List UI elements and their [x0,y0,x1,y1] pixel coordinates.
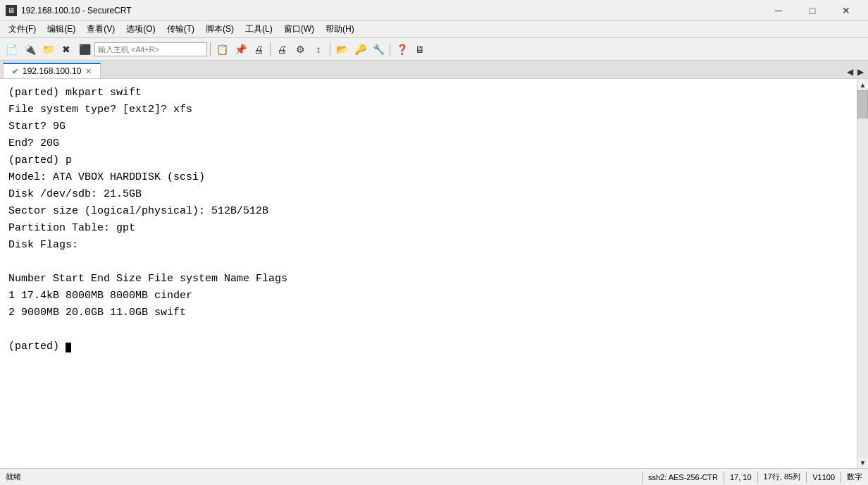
statusbar-sep-4 [806,472,807,483]
menu-view[interactable]: 查看(V) [81,22,120,37]
maximize-button[interactable]: □ [796,0,829,21]
terminal-prompt: (parted) [8,340,66,352]
toolbar-folder[interactable]: 📁 [39,41,56,58]
status-extra: 数字 [847,472,862,482]
tabbar: ✔ 192.168.100.10 ✕ ◀ ▶ [0,61,868,79]
status-position: 17, 10 [730,473,752,481]
statusbar-sep-5 [841,472,841,483]
menubar: 文件(F) 编辑(E) 查看(V) 选项(O) 传输(T) 脚本(S) 工具(L… [0,21,868,38]
terminal-line-7: Disk /dev/sdb: 21.5GB [8,186,848,203]
statusbar-sep-2 [724,472,724,483]
toolbar-copy[interactable]: 📋 [213,41,230,58]
menu-help[interactable]: 帮助(H) [320,22,360,37]
tab-session[interactable]: ✔ 192.168.100.10 ✕ [3,63,101,78]
terminal-line-9: Partition Table: gpt [8,220,848,237]
toolbar-paste[interactable]: 📌 [232,41,249,58]
toolbar-print2[interactable]: 🖨 [273,41,290,58]
toolbar-transfer[interactable]: ↕ [310,41,327,58]
terminal-line-2: File system type? [ext2]? xfs [8,102,848,118]
toolbar-print[interactable]: 🖨 [250,41,267,58]
status-mode: V1100 [812,473,835,481]
app-icon: 🖥 [6,5,17,16]
status-ready: 就绪 [6,472,636,482]
statusbar-sep-3 [757,472,758,483]
scrollbar-track[interactable] [857,90,868,457]
menu-window[interactable]: 窗口(W) [278,22,320,37]
terminal-line-6: Model: ATA VBOX HARDDISK (scsi) [8,169,848,186]
toolbar-tools2[interactable]: 🔧 [370,41,387,58]
terminal-line-15 [8,321,848,338]
terminal-line-1: (parted) mkpart swift [8,85,848,102]
window-title: 192.168.100.10 - SecureCRT [21,6,762,16]
toolbar-new[interactable]: 📄 [3,41,20,58]
tab-label: 192.168.100.10 [23,66,81,76]
terminal-line-12: Number Start End Size File system Name F… [8,271,848,288]
toolbar-sftp[interactable]: 📂 [333,41,350,58]
terminal-line-3: Start? 9G [8,118,848,135]
scroll-up-button[interactable]: ▲ [857,79,869,90]
statusbar-sep-1 [642,472,643,483]
scroll-down-button[interactable]: ▼ [857,457,869,468]
toolbar-separator-4 [390,42,390,56]
tab-next-button[interactable]: ▶ [856,67,865,77]
terminal[interactable]: (parted) mkpart swift File system type? … [0,79,857,468]
terminal-line-4: End? 20G [8,135,848,152]
terminal-line-5: (parted) p [8,152,848,169]
tab-prev-button[interactable]: ◀ [845,67,855,77]
toolbar-settings[interactable]: ⚙ [292,41,309,58]
close-button[interactable]: ✕ [830,0,862,21]
terminal-container: (parted) mkpart swift File system type? … [0,79,868,468]
toolbar-monitor[interactable]: 🖥 [411,41,428,58]
toolbar-key[interactable]: 🔑 [352,41,368,58]
toolbar-help[interactable]: ❓ [393,41,410,58]
tab-navigation: ◀ ▶ [845,67,865,78]
terminal-line-10: Disk Flags: [8,237,848,254]
titlebar: 🖥 192.168.100.10 - SecureCRT ─ □ ✕ [0,0,868,21]
terminal-line-8: Sector size (logical/physical): 512B/512… [8,203,848,220]
toolbar-disconnect[interactable]: ✖ [58,41,75,58]
scrollbar[interactable]: ▲ ▼ [857,79,868,468]
menu-transfer[interactable]: 传输(T) [161,22,200,37]
terminal-line-16: (parted) [8,338,848,355]
status-rows-cols: 17行, 85列 [764,472,801,482]
toolbar-separator-1 [210,42,211,56]
toolbar: 📄 🔌 📁 ✖ ⬛ 📋 📌 🖨 🖨 ⚙ ↕ 📂 🔑 🔧 ❓ 🖥 [0,38,868,61]
toolbar-separator-2 [270,42,271,56]
toolbar-unknown1[interactable]: ⬛ [76,41,93,58]
host-input[interactable] [94,42,207,56]
window-controls: ─ □ ✕ [762,0,862,21]
tab-check-icon: ✔ [12,67,18,76]
terminal-line-13: 1 17.4kB 8000MB 8000MB cinder [8,288,848,305]
menu-edit[interactable]: 编辑(E) [42,22,81,37]
terminal-line-11 [8,254,848,271]
status-encryption: ssh2: AES-256-CTR [648,473,718,481]
tab-close-button[interactable]: ✕ [85,67,92,76]
menu-script[interactable]: 脚本(S) [200,22,240,37]
toolbar-connect[interactable]: 🔌 [21,41,38,58]
menu-tools[interactable]: 工具(L) [240,22,278,37]
menu-options[interactable]: 选项(O) [120,22,161,37]
menu-file[interactable]: 文件(F) [3,22,42,37]
toolbar-separator-3 [330,42,330,56]
scrollbar-thumb[interactable] [857,90,868,118]
terminal-cursor [66,343,71,352]
minimize-button[interactable]: ─ [762,0,795,21]
statusbar: 就绪 ssh2: AES-256-CTR 17, 10 17行, 85列 V11… [0,468,868,485]
terminal-line-14: 2 9000MB 20.0GB 11.0GB swift [8,305,848,321]
